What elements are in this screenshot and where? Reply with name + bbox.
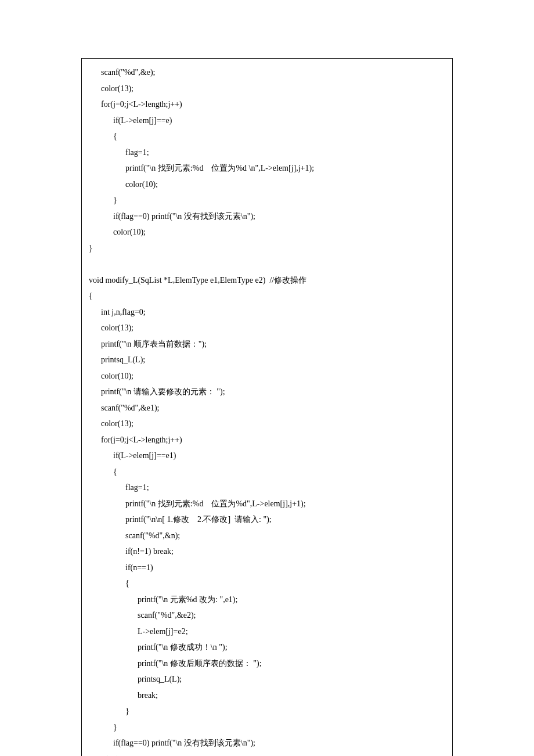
code-line: printf("\n 请输入要修改的元素： "); (89, 384, 445, 400)
code-line: printf("\n 修改后顺序表的数据： "); (89, 656, 445, 672)
code-block: scanf("%d",&e); color(13); for(j=0;j<L->… (81, 58, 453, 756)
code-line (89, 256, 445, 272)
code-line: if(n!=1) break; (89, 543, 445, 560)
code-line: { (89, 128, 445, 145)
code-line: { (89, 288, 445, 304)
code-line: break; (89, 687, 445, 704)
code-line: } (89, 240, 445, 257)
code-line: for(j=0;j<L->length;j++) (89, 432, 445, 448)
document-page: scanf("%d",&e); color(13); for(j=0;j<L->… (0, 0, 534, 756)
code-line: } (89, 192, 445, 208)
code-line: } (89, 719, 445, 736)
code-line: if(flag==0) printf("\n 没有找到该元素\n"); (89, 735, 445, 751)
code-line: scanf("%d",&n); (89, 528, 445, 544)
code-line: if(L->elem[j]==e1) (89, 448, 445, 464)
code-line: color(10); (89, 368, 445, 384)
code-line: scanf("%d",&e2); (89, 607, 445, 624)
code-line: if(flag==0) printf("\n 没有找到该元素\n"); (89, 208, 445, 225)
code-line: int j,n,flag=0; (89, 304, 445, 321)
code-line: printf("\n 找到元素:%d 位置为%d \n",L->elem[j],… (89, 160, 445, 177)
code-line: color(10); (89, 224, 445, 240)
code-line: printf("\n 修改成功！\n "); (89, 639, 445, 656)
code-line: printsq_L(L); (89, 671, 445, 687)
code-line: flag=1; (89, 145, 445, 161)
code-line: scanf("%d",&e); (89, 64, 445, 81)
code-line: { (89, 464, 445, 480)
code-line: printf("\n 找到元素:%d 位置为%d",L->elem[j],j+1… (89, 496, 445, 512)
code-line: color(13); (89, 416, 445, 432)
code-line: if(n==1) (89, 560, 445, 576)
code-line: printsq_L(L); (89, 352, 445, 368)
code-line: printf("\n 元素%d 改为: ",e1); (89, 592, 445, 608)
code-line: color(13); (89, 320, 445, 336)
code-line: color(10); (89, 751, 445, 757)
code-line: scanf("%d",&e1); (89, 400, 445, 416)
code-line: { (89, 575, 445, 592)
code-line: void modify_L(SqList *L,ElemType e1,Elem… (89, 272, 445, 289)
code-line: flag=1; (89, 480, 445, 496)
code-line: printf("\n 顺序表当前数据："); (89, 336, 445, 352)
code-line: if(L->elem[j]==e) (89, 113, 445, 129)
code-line: for(j=0;j<L->length;j++) (89, 96, 445, 113)
code-line: color(13); (89, 81, 445, 97)
code-line: } (89, 703, 445, 719)
code-line: printf("\n\n[ 1.修改 2.不修改] 请输入: "); (89, 512, 445, 528)
code-line: L->elem[j]=e2; (89, 624, 445, 640)
code-line: color(10); (89, 177, 445, 193)
